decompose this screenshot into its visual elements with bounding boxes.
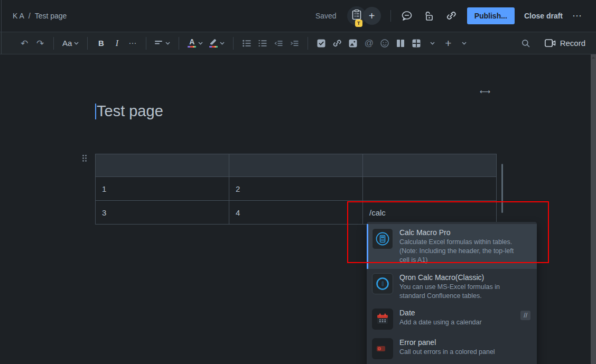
top-bar: K A / Test page Saved T + Publish... — [0, 0, 596, 32]
layouts-button[interactable] — [394, 36, 407, 51]
bullet-list-icon — [243, 40, 251, 47]
toolbar-divider — [146, 37, 146, 50]
chevron-down-icon — [430, 42, 435, 45]
insert-link-button[interactable] — [331, 36, 343, 51]
table-header-cell[interactable] — [229, 154, 363, 177]
topbar-actions: Saved T + Publish... Close draft ⋯ — [315, 6, 582, 25]
outdent-button[interactable] — [272, 36, 285, 51]
unlock-button[interactable] — [423, 10, 435, 22]
expand-width-icon[interactable]: ←→ — [480, 88, 489, 96]
bold-button[interactable]: B — [95, 36, 107, 51]
menu-item-description: Add a date using a calendar — [399, 318, 520, 327]
close-draft-button[interactable]: Close draft — [524, 12, 563, 20]
collaborator-cluster: T + — [347, 6, 381, 25]
toolbar-divider — [179, 37, 179, 50]
menu-item-error-panel[interactable]: Error panel Call out errors in a colored… — [367, 334, 537, 363]
numbered-list-icon — [258, 40, 267, 47]
bullet-list-button[interactable] — [240, 36, 253, 51]
comment-icon — [401, 11, 413, 21]
error-panel-icon — [372, 338, 393, 359]
text-color-dropdown[interactable]: A — [186, 36, 204, 51]
menu-item-date[interactable]: Date Add a date using a calendar // — [367, 304, 537, 334]
chevron-down-icon — [165, 42, 170, 45]
table-cell[interactable]: 1 — [96, 177, 229, 201]
invite-button[interactable]: + — [363, 7, 381, 25]
record-button[interactable]: Record — [545, 39, 585, 48]
chevron-down-icon — [462, 42, 467, 45]
color-bar — [188, 46, 196, 48]
text-style-label: Aa — [62, 39, 72, 48]
publish-button[interactable]: Publish... — [467, 7, 515, 24]
text-color-label: A — [189, 39, 194, 45]
table-drag-handle[interactable] — [82, 154, 87, 164]
table-icon — [412, 39, 421, 48]
toolbar-divider — [233, 37, 234, 50]
saved-status: Saved — [315, 12, 337, 20]
page-title-text: Test page — [97, 102, 163, 120]
table-cell[interactable]: 2 — [229, 177, 363, 201]
table-row: 1 2 — [96, 177, 497, 201]
numbered-list-button[interactable] — [256, 36, 269, 51]
topbar-divider — [390, 10, 391, 22]
table-header-cell[interactable] — [96, 154, 229, 177]
editor-toolbar: ↶ ↷ Aa B I ⋯ A — [0, 32, 596, 54]
search-icon — [522, 39, 530, 48]
slash-command-cell[interactable]: /calc — [363, 201, 497, 225]
find-replace-button[interactable] — [519, 36, 532, 51]
insert-table-button[interactable] — [410, 36, 423, 51]
unlock-icon — [424, 11, 434, 21]
italic-button[interactable]: I — [110, 36, 123, 51]
toolbar-divider — [87, 37, 88, 50]
record-label: Record — [560, 39, 585, 48]
page-title[interactable]: Test page — [95, 102, 163, 120]
scrollbar-up-arrow[interactable] — [592, 57, 595, 59]
more-actions-button[interactable]: ⋯ — [572, 10, 582, 22]
mention-button[interactable]: @ — [362, 36, 375, 51]
text-cursor — [95, 104, 96, 119]
breadcrumb-page-link[interactable]: Test page — [35, 12, 67, 20]
video-camera-icon — [545, 39, 556, 47]
task-list-button[interactable] — [315, 36, 328, 51]
highlight-color-dropdown[interactable] — [208, 36, 226, 51]
table-header-cell[interactable] — [363, 154, 497, 177]
copy-link-button[interactable] — [445, 10, 458, 22]
text-style-dropdown[interactable]: Aa — [61, 36, 80, 51]
redo-button[interactable]: ↷ — [34, 36, 46, 51]
template-badge: T — [355, 20, 362, 27]
outdent-icon — [274, 40, 283, 46]
table-options-dropdown[interactable] — [426, 36, 439, 51]
text-color-swatch: A — [188, 39, 196, 48]
menu-item-qron-calc-macro[interactable]: Qron Calc Macro(Classic) You can use MS-… — [367, 269, 537, 305]
calculator-icon — [372, 228, 393, 249]
menu-item-title: Qron Calc Macro(Classic) — [399, 273, 525, 282]
page-scrollbar[interactable] — [591, 54, 596, 364]
breadcrumb: K A / Test page — [13, 12, 67, 20]
table-cell[interactable]: 4 — [229, 201, 363, 225]
comment-button[interactable] — [401, 10, 413, 22]
alignment-dropdown[interactable] — [153, 36, 172, 51]
insert-image-button[interactable] — [347, 36, 359, 51]
menu-item-description: Call out errors in a colored panel — [399, 348, 525, 357]
link-icon — [445, 11, 457, 21]
emoji-button[interactable] — [378, 36, 391, 51]
breadcrumb-space-link[interactable]: K A — [13, 12, 24, 20]
drag-dots-icon — [82, 154, 87, 162]
editor-canvas[interactable]: Test page ←→ 1 2 3 4 /calc Calc — [0, 54, 596, 364]
menu-item-title: Error panel — [399, 338, 525, 347]
table-scrollbar[interactable] — [501, 164, 503, 213]
chevron-down-icon — [220, 42, 225, 45]
chevron-down-icon — [198, 42, 203, 45]
content-table[interactable]: 1 2 3 4 /calc — [95, 154, 497, 225]
task-checkbox-icon — [317, 39, 325, 48]
undo-button[interactable]: ↶ — [18, 36, 31, 51]
table-cell[interactable]: 3 — [96, 201, 229, 225]
insert-element-button[interactable]: + — [442, 36, 454, 51]
insert-dropdown[interactable] — [458, 36, 470, 51]
menu-item-calc-macro-pro[interactable]: Calc Macro Pro Calculate Excel formulas … — [367, 224, 537, 269]
breadcrumb-separator: / — [29, 12, 31, 20]
menu-item-title: Calc Macro Pro — [399, 228, 525, 237]
table-cell[interactable] — [363, 177, 497, 201]
more-formatting-button[interactable]: ⋯ — [126, 36, 139, 51]
calendar-icon — [372, 309, 393, 330]
indent-button[interactable] — [288, 36, 301, 51]
